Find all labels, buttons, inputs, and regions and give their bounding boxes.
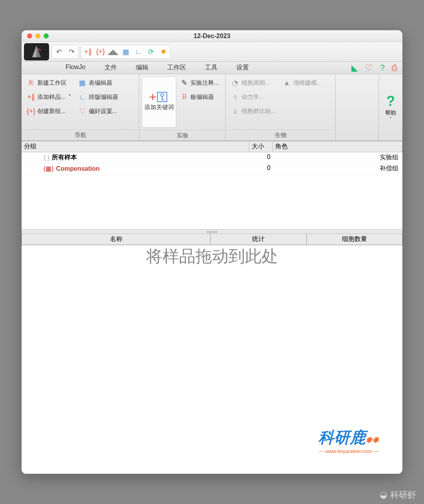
splitter[interactable] (22, 229, 402, 234)
add-group-icon[interactable]: {+} (95, 46, 106, 57)
grid-icon: ▦ (79, 79, 86, 87)
ribbon-spacer (336, 74, 379, 141)
quick-actions-group: +∥ {+} ◢◣ ▦ ∟ ⟳ ✸ (80, 45, 171, 59)
group-row-compensation[interactable]: {▦}Compensation 0 补偿组 (22, 163, 402, 174)
ribbon-help-section[interactable]: ? 帮助 ˅ (379, 74, 402, 141)
menubar: FlowJo 文件 编辑 工作区 工具 设置 ◣ ♡ ? ⎙ (22, 62, 402, 74)
ribbon: ⎘新建工作区 +∥添加样品...˅ {+}创建新组... ▦表编辑器 ∟排版编辑… (22, 74, 402, 141)
col-size[interactable]: 大小 (249, 141, 273, 152)
population-compare-button[interactable]: ⩍细胞群比较... (228, 105, 279, 117)
menu-edit[interactable]: 编辑 (126, 61, 158, 74)
preferences-button[interactable]: ♡偏好设置... (75, 105, 121, 117)
heart-icon: ♡ (79, 107, 86, 115)
col-stats[interactable]: 统计 (210, 234, 307, 245)
redo-button[interactable]: ↷ (66, 46, 77, 57)
samples-panel: 名称 统计 细胞数量 将样品拖动到此处 科研鹿❋❋ — www.keyandee… (22, 234, 402, 474)
ruler-icon: ∟ (79, 93, 86, 101)
col-name[interactable]: 名称 (22, 234, 210, 245)
chevron-down-icon: ˅ (389, 117, 392, 122)
group-row-all-samples[interactable]: { }所有样本 0 实验组 (22, 152, 402, 163)
window-title: 12-Dec-2023 (22, 33, 402, 40)
app-logo[interactable] (24, 43, 49, 60)
undo-button[interactable]: ↶ (53, 46, 64, 57)
menu-tools[interactable]: 工具 (196, 61, 227, 74)
plate-editor-button[interactable]: ⠿板编辑器 (177, 91, 222, 103)
table-editor-button[interactable]: ▦表编辑器 (75, 77, 121, 89)
peak-icon: ▲ (283, 79, 291, 87)
question-icon: ? (386, 93, 395, 110)
chevron-down-icon: ˅ (68, 93, 71, 100)
add-keyword-button[interactable]: +⚿ 添加关键词 (142, 77, 176, 128)
menu-settings[interactable]: 设置 (227, 61, 258, 74)
table-icon[interactable]: ▦ (120, 46, 131, 57)
matrix-icon: {▦} (44, 165, 54, 172)
drop-hint-text: 将样品拖动到此处 (146, 245, 278, 267)
refresh-icon[interactable]: ⟳ (145, 46, 156, 57)
doc-plus-icon: ⎘ (27, 79, 35, 87)
sun-icon[interactable]: ✸ (158, 46, 169, 57)
pencil-icon: ✎ (180, 79, 188, 87)
watermark-brand: 科研鹿❋❋ — www.keyandeer.com — (318, 427, 379, 454)
bookmark-icon[interactable]: ◣ (351, 63, 358, 73)
watermark-channel: ◒ 科研虾 (380, 489, 416, 501)
grouping-header: 分组 大小 角色 (22, 141, 402, 152)
antler-icon: ❋❋ (366, 436, 379, 444)
ribbon-biology-section: ◔细胞周期... ⎀动力学... ⩍细胞群比较... ▲增殖建模... 生物 (226, 74, 336, 141)
ribbon-nav-section: ⎘新建工作区 +∥添加样品...˅ {+}创建新组... ▦表编辑器 ∟排版编辑… (22, 74, 139, 141)
menu-flowjo[interactable]: FlowJo (56, 61, 95, 74)
samples-drop-area[interactable]: 将样品拖动到此处 科研鹿❋❋ — www.keyandeer.com — (22, 245, 402, 474)
svg-line-2 (38, 49, 41, 50)
quick-toolbar: ↶ ↷ +∥ {+} ◢◣ ▦ ∟ ⟳ ✸ (22, 42, 402, 62)
gate-icon[interactable]: ◢◣ (108, 46, 119, 57)
layout-icon[interactable]: ∟ (133, 46, 144, 57)
cycle-icon: ◔ (231, 79, 239, 87)
ribbon-experiment-section: +⚿ 添加关键词 ✎实验注释... ⠿板编辑器 实验 (139, 74, 226, 141)
experiment-notes-button[interactable]: ✎实验注释... (177, 77, 222, 89)
menu-file[interactable]: 文件 (95, 61, 126, 74)
layout-editor-button[interactable]: ∟排版编辑器 (75, 91, 121, 103)
add-doc-icon[interactable]: ⎙ (392, 63, 397, 73)
kinetics-button[interactable]: ⎀动力学... (228, 91, 279, 103)
help-icon[interactable]: ? (380, 63, 385, 73)
col-role[interactable]: 角色 (273, 141, 402, 152)
undo-redo-group: ↶ ↷ (51, 45, 79, 59)
grouping-empty-area (22, 174, 402, 229)
samples-header: 名称 统计 细胞数量 (22, 234, 402, 245)
col-cell-count[interactable]: 细胞数量 (307, 234, 403, 245)
add-sample-button[interactable]: +∥添加样品...˅ (24, 91, 75, 103)
braces-plus-icon: {+} (27, 107, 35, 115)
new-workspace-button[interactable]: ⎘新建工作区 (24, 77, 75, 89)
cell-cycle-button[interactable]: ◔细胞周期... (228, 77, 279, 89)
ribbon-experiment-label: 实验 (139, 130, 225, 141)
ribbon-nav-label: 导航 (22, 130, 139, 141)
bracket-icon: { } (44, 154, 49, 161)
compare-icon: ⩍ (231, 107, 239, 115)
chart-icon: ⎀ (231, 93, 239, 101)
create-group-button[interactable]: {+}创建新组... (24, 105, 75, 117)
titlebar: 12-Dec-2023 (22, 30, 402, 42)
proliferation-button[interactable]: ▲增殖建模... (280, 77, 325, 89)
svg-marker-1 (32, 46, 37, 57)
key-plus-icon: +⚿ (155, 93, 163, 101)
tubes-plus-icon: +∥ (27, 93, 35, 101)
col-group[interactable]: 分组 (22, 141, 249, 152)
app-window: 12-Dec-2023 ↶ ↷ +∥ {+} ◢◣ ▦ ∟ ⟳ ✸ FlowJo… (22, 30, 402, 474)
wechat-icon: ◒ (380, 490, 387, 500)
grouping-panel: 分组 大小 角色 { }所有样本 0 实验组 {▦}Compensation 0… (22, 141, 402, 229)
menu-workspace[interactable]: 工作区 (158, 61, 196, 74)
plate-icon: ⠿ (180, 93, 188, 101)
add-tubes-icon[interactable]: +∥ (82, 46, 93, 57)
ribbon-biology-label: 生物 (226, 130, 335, 141)
heart-icon[interactable]: ♡ (365, 63, 373, 73)
